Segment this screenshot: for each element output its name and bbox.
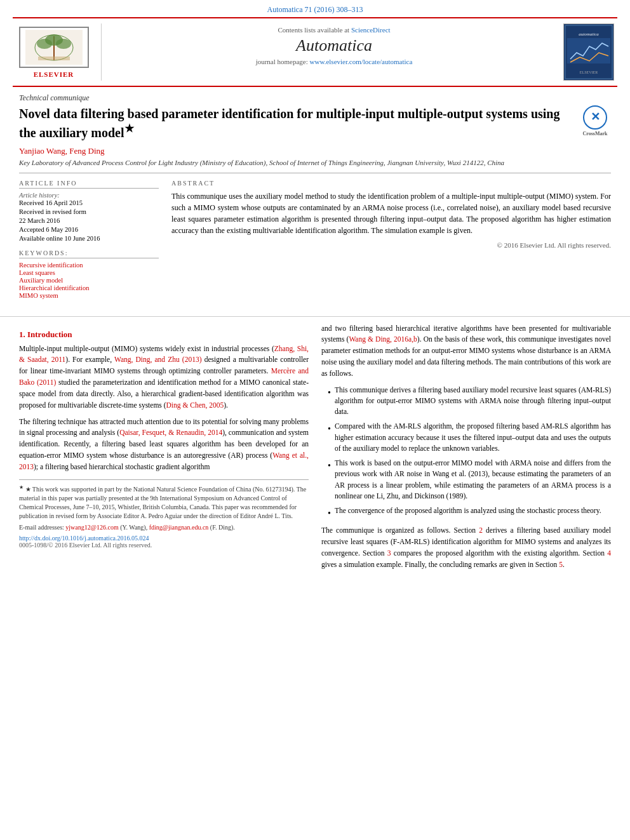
journal-center: Contents lists available at ScienceDirec… bbox=[108, 23, 560, 81]
bullet-text-4: The convergence of the proposed algorith… bbox=[335, 505, 601, 516]
homepage-line: journal homepage: www.elsevier.com/locat… bbox=[114, 58, 554, 65]
svg-text:ELSEVIER: ELSEVIER bbox=[580, 70, 598, 74]
email2-rest: (F. Ding). bbox=[208, 524, 234, 531]
journal-header: ELSEVIER Contents lists available at Sci… bbox=[13, 17, 617, 87]
keyword-4[interactable]: Hierarchical identification bbox=[19, 284, 159, 291]
bullet-dot-3: • bbox=[328, 459, 331, 472]
article-info: ARTICLE INFO Article history: Received 1… bbox=[19, 180, 159, 307]
crossmark-badge[interactable]: ✕ CrossMark bbox=[579, 105, 611, 137]
article-title-text: Novel data filtering based parameter ide… bbox=[19, 105, 573, 141]
journal-name: Automatica bbox=[114, 36, 554, 55]
citation-text: Automatica 71 (2016) 308–313 bbox=[267, 5, 363, 14]
footnote-star-note: ★ ★ This work was supported in part by t… bbox=[19, 484, 309, 521]
page: Automatica 71 (2016) 308–313 ELSEVIER bbox=[0, 0, 630, 840]
svg-rect-6 bbox=[38, 57, 70, 60]
ref-li-zhu[interactable]: Li, Zhu, and Dickinson (1989) bbox=[377, 492, 466, 500]
elsevier-logo-section: ELSEVIER bbox=[13, 23, 102, 81]
abstract-heading: ABSTRACT bbox=[171, 180, 611, 187]
svg-point-5 bbox=[45, 34, 63, 46]
footnote-email: E-mail addresses: yjwang12@126.com (Y. W… bbox=[19, 523, 309, 532]
bullet-text-2: Compared with the AM-RLS algorithm, the … bbox=[335, 421, 611, 454]
email1-rest: (Y. Wang), bbox=[119, 524, 148, 531]
title-star: ★ bbox=[124, 123, 134, 135]
bullet-item-1: • This communique derives a filtering ba… bbox=[328, 385, 611, 418]
bullet-item-2: • Compared with the AM-RLS algorithm, th… bbox=[328, 421, 611, 454]
abstract-section: ABSTRACT This communique uses the auxili… bbox=[171, 180, 611, 307]
right-para1: and two filtering based hierarchical ite… bbox=[321, 323, 611, 380]
copyright: © 2016 Elsevier Ltd. All rights reserved… bbox=[171, 241, 611, 249]
article-info-abstract: ARTICLE INFO Article history: Received 1… bbox=[19, 173, 611, 307]
journal-cover-svg: automatica ELSEVIER bbox=[564, 24, 613, 80]
keywords-section: Keywords: Recursive identification Least… bbox=[19, 250, 159, 299]
homepage-url[interactable]: www.elsevier.com/locate/automatica bbox=[310, 58, 413, 65]
ref-wang-ding-zhu[interactable]: Wang, Ding, and Zhu (2013) bbox=[114, 356, 202, 363]
history-label: Article history: bbox=[19, 192, 159, 199]
left-column: 1. Introduction Multiple-input multiple-… bbox=[19, 323, 309, 576]
email-label: E-mail addresses: bbox=[19, 524, 64, 531]
footnote-section: ★ ★ This work was supported in part by t… bbox=[19, 479, 309, 549]
email1[interactable]: yjwang12@126.com bbox=[65, 524, 118, 531]
ref-sec2[interactable]: 2 bbox=[479, 526, 483, 534]
svg-text:automatica: automatica bbox=[579, 32, 599, 37]
ref-mercere[interactable]: Mercère and Bako (2011) bbox=[19, 367, 309, 386]
ref-wang-et-al-2013[interactable]: Wang et al. (2013) bbox=[432, 470, 488, 477]
elsevier-label: ELSEVIER bbox=[34, 70, 74, 78]
article-history: Article history: Received 16 April 2015 … bbox=[19, 192, 159, 242]
svg-rect-10 bbox=[567, 38, 610, 63]
available-date: Available online 10 June 2016 bbox=[19, 235, 159, 242]
ref-ding-chen[interactable]: Ding & Chen, 2005 bbox=[166, 401, 224, 409]
ref-sec4[interactable]: 4 bbox=[607, 549, 611, 557]
doi-line[interactable]: http://dx.doi.org/10.1016/j.automatica.2… bbox=[19, 535, 309, 542]
keyword-3[interactable]: Auxiliary model bbox=[19, 277, 159, 284]
sciencedirect-link[interactable]: ScienceDirect bbox=[351, 26, 391, 34]
journal-cover-image: automatica ELSEVIER bbox=[563, 23, 614, 81]
email2[interactable]: fding@jiangnan.edu.cn bbox=[149, 524, 209, 531]
keyword-1[interactable]: Recursive identification bbox=[19, 262, 159, 269]
footnote-star-text: ★ This work was supported in part by the… bbox=[19, 486, 306, 519]
title-span: Novel data filtering based parameter ide… bbox=[19, 107, 560, 140]
main-content: 1. Introduction Multiple-input multiple-… bbox=[0, 316, 630, 582]
intro-para1: Multiple-input multiple-output (MIMO) sy… bbox=[19, 343, 309, 411]
ref-wang-ding-2016[interactable]: Wang & Ding, 2016a,b bbox=[349, 335, 417, 343]
ref-sec3[interactable]: 3 bbox=[387, 549, 391, 557]
citation-bar: Automatica 71 (2016) 308–313 bbox=[0, 0, 630, 17]
revised-date: 22 March 2016 bbox=[19, 217, 159, 224]
bullet-item-3: • This work is based on the output-error… bbox=[328, 458, 611, 502]
affiliation: Key Laboratory of Advanced Process Contr… bbox=[19, 159, 611, 166]
article-type: Technical communique bbox=[19, 93, 611, 103]
right-column: and two filtering based hierarchical ite… bbox=[321, 323, 611, 576]
received-date: Received 16 April 2015 bbox=[19, 199, 159, 206]
contents-text: Contents lists available at bbox=[278, 26, 349, 34]
keyword-5[interactable]: MIMO system bbox=[19, 292, 159, 299]
journal-thumbnail: automatica ELSEVIER bbox=[560, 23, 617, 81]
sciencedirect-line: Contents lists available at ScienceDirec… bbox=[114, 26, 554, 34]
article-body: Technical communique Novel data filterin… bbox=[0, 87, 630, 313]
article-info-heading: ARTICLE INFO bbox=[19, 180, 159, 189]
crossmark-label: CrossMark bbox=[583, 131, 608, 137]
ref-qaisar[interactable]: Qaisar, Fesquet, & Renaudin, 2014 bbox=[119, 429, 222, 436]
revised-label: Received in revised form bbox=[19, 208, 159, 215]
bullet-dot-4: • bbox=[328, 507, 331, 520]
ref-wang-2013[interactable]: Wang et al., 2013 bbox=[19, 451, 309, 470]
bullet-list: • This communique derives a filtering ba… bbox=[328, 385, 611, 521]
homepage-label: journal homepage: bbox=[256, 58, 308, 65]
bullet-item-4: • The convergence of the proposed algori… bbox=[328, 505, 611, 520]
bullet-text-3: This work is based on the output-error M… bbox=[335, 458, 611, 502]
bullet-dot-2: • bbox=[328, 422, 331, 436]
right-para2: The communique is organized as follows. … bbox=[321, 525, 611, 570]
keywords-heading: Keywords: bbox=[19, 250, 159, 258]
crossmark-logo: ✕ bbox=[583, 105, 607, 130]
keyword-2[interactable]: Least squares bbox=[19, 269, 159, 276]
elsevier-logo-box bbox=[19, 27, 89, 68]
bullet-dot-1: • bbox=[328, 386, 331, 399]
authors: Yanjiao Wang, Feng Ding bbox=[19, 146, 611, 156]
issn-line: 0005-1098/© 2016 Elsevier Ltd. All right… bbox=[19, 542, 309, 549]
intro-heading: 1. Introduction bbox=[19, 330, 309, 340]
article-title-row: Novel data filtering based parameter ide… bbox=[19, 105, 611, 141]
elsevier-svg bbox=[25, 30, 83, 65]
ref-sec5[interactable]: 5 bbox=[559, 561, 563, 568]
bullet-text-1: This communique derives a filtering base… bbox=[335, 385, 611, 418]
accepted-date: Accepted 6 May 2016 bbox=[19, 226, 159, 233]
abstract-text: This communique uses the auxiliary model… bbox=[171, 190, 611, 236]
intro-para2: The filtering technique has attracted mu… bbox=[19, 417, 309, 473]
